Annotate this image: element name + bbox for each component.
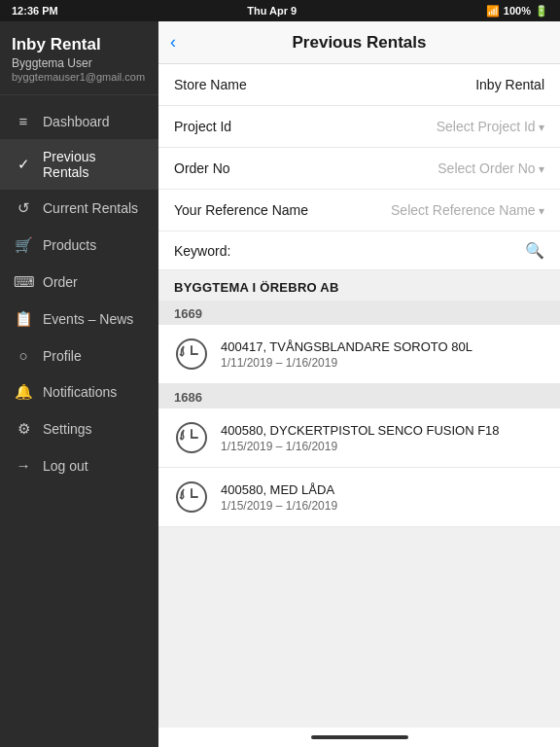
dashboard-icon: ≡: [14, 113, 33, 129]
app-name: Inby Rental: [12, 35, 147, 54]
project-id-label: Project Id: [174, 119, 310, 134]
store-name-row: Store Name Inby Rental: [158, 64, 560, 106]
rental-list: BYGGTEMA I ÖREBRO AB1669 400417, TVÅNGSB…: [158, 270, 560, 728]
rental-history-icon: [174, 337, 209, 372]
rental-details: 400580, MED LÅDA1/15/2019 – 1/16/2019: [221, 482, 337, 513]
rental-name: 400580, MED LÅDA: [221, 482, 337, 497]
rental-item[interactable]: 400417, TVÅNGSBLANDARE SOROTO 80L1/11/20…: [158, 325, 560, 384]
rental-details: 400580, DYCKERTPISTOL SENCO FUSION F181/…: [221, 423, 500, 453]
subgroup-1686: 1686: [158, 384, 560, 409]
profile-icon: ○: [14, 347, 33, 364]
sidebar-item-profile[interactable]: ○Profile: [0, 338, 158, 374]
order-no-label: Order No: [174, 160, 310, 176]
order-icon: ⌨: [14, 273, 33, 291]
sidebar-label-previous-rentals: Previous Rentals: [43, 149, 145, 180]
reference-name-row[interactable]: Your Reference Name Select Reference Nam…: [158, 190, 560, 231]
rental-history-icon: [174, 480, 209, 515]
keyword-label: Keyword:: [174, 243, 230, 259]
back-button[interactable]: ‹: [170, 32, 176, 53]
status-icons: 📶 100% 🔋: [486, 5, 548, 18]
sidebar-label-log-out: Log out: [43, 458, 88, 474]
sidebar-item-notifications[interactable]: 🔔Notifications: [0, 374, 158, 410]
sidebar-item-settings[interactable]: ⚙Settings: [0, 410, 158, 447]
sidebar-item-log-out[interactable]: →Log out: [0, 447, 158, 483]
rental-history-icon: [174, 420, 209, 455]
rental-name: 400417, TVÅNGSBLANDARE SOROTO 80L: [221, 339, 472, 354]
content-area: ‹ Previous Rentals Store Name Inby Renta…: [158, 21, 560, 747]
company-name: BYGGTEMA I ÖREBRO AB: [158, 270, 560, 301]
form-container: Store Name Inby Rental Project Id Select…: [158, 64, 560, 270]
nav-bar: ‹ Previous Rentals: [158, 21, 560, 64]
sidebar-label-settings: Settings: [43, 421, 92, 437]
current-rentals-icon: ↺: [14, 199, 33, 217]
bottom-bar: [158, 728, 560, 747]
rental-dates: 1/15/2019 – 1/16/2019: [221, 440, 500, 453]
sidebar-item-products[interactable]: 🛒Products: [0, 227, 158, 264]
project-id-row[interactable]: Project Id Select Project Id: [158, 106, 560, 148]
sidebar-label-current-rentals: Current Rentals: [43, 200, 138, 216]
products-icon: 🛒: [14, 236, 33, 254]
rental-dates: 1/11/2019 – 1/16/2019: [221, 356, 472, 370]
sidebar-item-dashboard[interactable]: ≡Dashboard: [0, 103, 158, 139]
previous-rentals-icon: ✓: [14, 156, 33, 173]
sidebar-label-notifications: Notifications: [43, 384, 117, 400]
notifications-icon: 🔔: [14, 383, 33, 401]
sidebar-label-products: Products: [43, 237, 96, 253]
sidebar-item-events-news[interactable]: 📋Events – News: [0, 301, 158, 338]
events-news-icon: 📋: [14, 310, 33, 328]
store-name-value: Inby Rental: [310, 77, 544, 92]
wifi-icon: 📶: [486, 5, 500, 18]
rental-dates: 1/15/2019 – 1/16/2019: [221, 499, 337, 513]
sidebar-item-previous-rentals[interactable]: ✓Previous Rentals: [0, 139, 158, 190]
sidebar-item-order[interactable]: ⌨Order: [0, 264, 158, 301]
subgroup-1669: 1669: [158, 301, 560, 325]
status-day: Thu Apr 9: [247, 5, 297, 17]
keyword-row: Keyword: 🔍: [158, 231, 560, 270]
sidebar-label-events-news: Events – News: [43, 311, 133, 327]
order-no-placeholder: Select Order No: [310, 160, 544, 176]
user-email: byggtemauser1@gmail.com: [12, 71, 147, 83]
company-group: BYGGTEMA I ÖREBRO AB1669 400417, TVÅNGSB…: [158, 270, 560, 527]
status-time: 12:36 PM: [12, 5, 58, 17]
rental-details: 400417, TVÅNGSBLANDARE SOROTO 80L1/11/20…: [221, 339, 472, 370]
reference-name-placeholder: Select Reference Name: [310, 202, 544, 218]
search-icon: 🔍: [525, 241, 544, 260]
order-no-row[interactable]: Order No Select Order No: [158, 148, 560, 190]
status-bar: 12:36 PM Thu Apr 9 📶 100% 🔋: [0, 0, 560, 21]
sidebar-header: Inby Rental Byggtema User byggtemauser1@…: [0, 21, 158, 95]
rental-item[interactable]: 400580, DYCKERTPISTOL SENCO FUSION F181/…: [158, 409, 560, 468]
keyword-input[interactable]: [238, 243, 517, 259]
sidebar-label-dashboard: Dashboard: [43, 114, 110, 129]
sidebar-label-order: Order: [43, 274, 78, 290]
log-out-icon: →: [14, 457, 33, 474]
rental-item[interactable]: 400580, MED LÅDA1/15/2019 – 1/16/2019: [158, 468, 560, 527]
sidebar-nav: ≡Dashboard✓Previous Rentals↺Current Rent…: [0, 95, 158, 747]
home-indicator: [311, 735, 408, 739]
sidebar-label-profile: Profile: [43, 348, 82, 364]
store-name-label: Store Name: [174, 77, 310, 92]
user-name: Byggtema User: [12, 56, 147, 70]
battery-icon: 🔋: [535, 5, 548, 18]
battery-label: 100%: [504, 5, 531, 17]
rental-name: 400580, DYCKERTPISTOL SENCO FUSION F18: [221, 423, 500, 438]
project-id-placeholder: Select Project Id: [310, 119, 544, 134]
sidebar: Inby Rental Byggtema User byggtemauser1@…: [0, 21, 158, 747]
reference-name-label: Your Reference Name: [174, 202, 310, 218]
sidebar-item-current-rentals[interactable]: ↺Current Rentals: [0, 190, 158, 227]
settings-icon: ⚙: [14, 420, 33, 438]
nav-title: Previous Rentals: [293, 33, 427, 53]
